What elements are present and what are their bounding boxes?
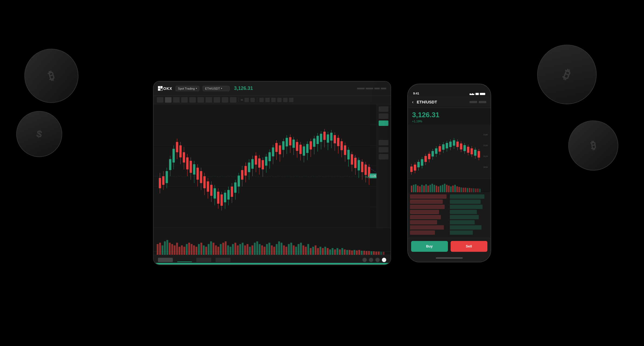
phone-header-btn-2[interactable] xyxy=(479,101,486,103)
sidebar-btn-1[interactable] xyxy=(379,106,388,112)
svg-text:3180: 3180 xyxy=(483,133,488,136)
svg-rect-225 xyxy=(378,252,379,255)
svg-rect-153 xyxy=(203,245,204,255)
main-scene: OKX Spot Trading ▾ ETH/USDT ▾ 3,126.31 xyxy=(79,51,566,295)
svg-rect-42 xyxy=(220,194,223,206)
svg-rect-138 xyxy=(166,240,168,255)
volume-chart xyxy=(154,228,391,255)
svg-rect-32 xyxy=(203,176,205,188)
svg-rect-116 xyxy=(347,150,349,159)
back-arrow-icon[interactable]: ‹ xyxy=(412,100,414,105)
volume-svg xyxy=(154,228,391,255)
svg-rect-241 xyxy=(421,159,423,166)
svg-rect-302 xyxy=(467,188,468,192)
svg-rect-124 xyxy=(361,162,363,172)
tab-1[interactable] xyxy=(158,258,173,262)
buy-button[interactable]: Buy xyxy=(411,241,448,252)
svg-rect-299 xyxy=(460,187,462,192)
svg-rect-157 xyxy=(212,243,214,255)
toolbar-icon-1[interactable] xyxy=(245,98,249,102)
svg-rect-298 xyxy=(458,187,460,192)
toolbar-btn-7[interactable] xyxy=(206,97,212,103)
svg-rect-145 xyxy=(183,247,185,255)
svg-rect-217 xyxy=(358,250,360,255)
svg-rect-185 xyxy=(280,243,282,255)
svg-rect-48 xyxy=(231,187,233,197)
svg-rect-16 xyxy=(176,142,178,152)
phone-header-btn-1[interactable] xyxy=(470,101,477,103)
sidebar-btn-2[interactable] xyxy=(379,113,388,119)
phone-price: 3,126.31 xyxy=(412,111,486,119)
sidebar-btn-5[interactable] xyxy=(379,147,388,152)
toolbar-icon-4[interactable] xyxy=(265,98,270,102)
svg-rect-150 xyxy=(195,247,197,255)
svg-rect-282 xyxy=(425,184,427,192)
toolbar-btn-5[interactable] xyxy=(189,97,196,103)
svg-rect-162 xyxy=(224,241,226,255)
tab-3[interactable] xyxy=(196,258,211,262)
toolbar-icon-8[interactable] xyxy=(289,98,293,102)
toolbar-icon-2[interactable] xyxy=(250,98,255,102)
svg-rect-10 xyxy=(166,171,168,183)
svg-text:3150: 3150 xyxy=(483,144,488,147)
svg-rect-137 xyxy=(164,241,166,255)
tab-2[interactable] xyxy=(177,258,192,262)
sidebar-btn-buy[interactable] xyxy=(379,120,388,126)
svg-rect-143 xyxy=(179,247,180,255)
svg-rect-284 xyxy=(429,185,431,192)
phone-volume-svg xyxy=(408,179,491,192)
svg-rect-269 xyxy=(470,148,473,154)
green-bottom-bar xyxy=(154,263,391,265)
toolbar-icon-5[interactable] xyxy=(271,98,276,102)
svg-rect-211 xyxy=(344,249,346,255)
svg-rect-118 xyxy=(351,154,353,165)
svg-rect-279 xyxy=(419,186,420,192)
pair-dropdown[interactable]: ETH/USDT ▾ xyxy=(203,86,230,91)
svg-rect-147 xyxy=(188,243,190,255)
ob-sell-3 xyxy=(410,205,445,209)
svg-rect-207 xyxy=(334,249,336,255)
svg-rect-285 xyxy=(431,184,433,192)
svg-rect-20 xyxy=(183,152,185,162)
phone-header: ‹ ETH/USDT xyxy=(408,96,491,108)
phone-pair-label: ETH/USDT xyxy=(417,100,437,104)
svg-rect-175 xyxy=(256,241,258,255)
svg-rect-34 xyxy=(207,181,209,192)
svg-rect-301 xyxy=(464,188,466,192)
ob-sell-6 xyxy=(410,220,437,224)
svg-rect-28 xyxy=(196,168,199,179)
svg-rect-214 xyxy=(351,250,353,255)
toolbar-btn-10[interactable] xyxy=(230,97,236,103)
sidebar-btn-4[interactable] xyxy=(379,140,388,145)
svg-rect-179 xyxy=(266,244,268,255)
tab-4[interactable] xyxy=(216,258,230,262)
toolbar-btn-9[interactable] xyxy=(222,97,228,103)
toolbar-btn-8[interactable] xyxy=(214,97,220,103)
svg-rect-300 xyxy=(463,188,464,192)
svg-rect-182 xyxy=(273,247,275,255)
ob-buy-4 xyxy=(450,210,477,214)
svg-rect-291 xyxy=(444,184,445,192)
page-dot-1 xyxy=(362,258,367,262)
toolbar-btn-6[interactable] xyxy=(197,97,204,103)
okx-logo: OKX xyxy=(158,86,172,91)
svg-rect-226 xyxy=(380,252,382,255)
tablet-topbar: OKX Spot Trading ▾ ETH/USDT ▾ 3,126.31 xyxy=(154,81,391,96)
ob-buy-col xyxy=(450,194,488,237)
svg-rect-158 xyxy=(215,245,217,255)
sell-button[interactable]: Sell xyxy=(451,241,487,252)
phone-chart-svg: 3180 3150 3120 3090 xyxy=(408,125,491,179)
toolbar-btn-2[interactable] xyxy=(165,97,171,103)
svg-rect-18 xyxy=(179,145,181,157)
toolbar-btn-4[interactable] xyxy=(181,97,188,103)
toolbar-icon-7[interactable] xyxy=(283,98,288,102)
toolbar-icon-6[interactable] xyxy=(277,98,282,102)
toolbar-btn-3[interactable] xyxy=(173,97,180,103)
phone-header-actions xyxy=(470,101,486,103)
sidebar-btn-6[interactable] xyxy=(379,154,388,159)
toolbar-btn-1[interactable] xyxy=(157,97,163,103)
svg-rect-276 xyxy=(413,185,414,192)
svg-rect-277 xyxy=(415,184,416,192)
toolbar-icon-3[interactable] xyxy=(259,98,264,102)
spot-trading-dropdown[interactable]: Spot Trading ▾ xyxy=(176,86,199,91)
